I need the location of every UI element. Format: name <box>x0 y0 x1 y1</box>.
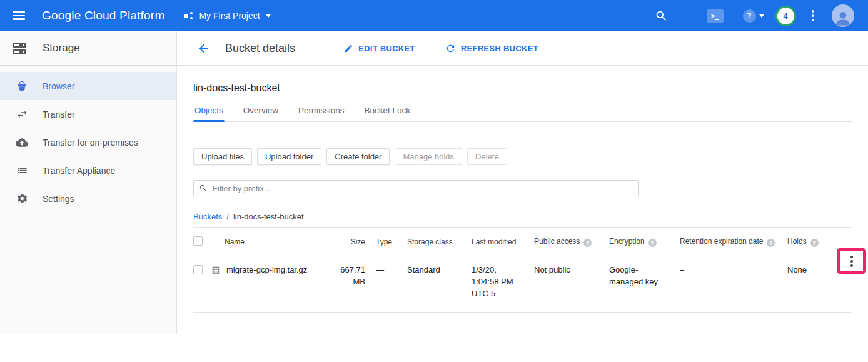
column-header-last-modified[interactable]: Last modified <box>472 238 534 246</box>
objects-table: Name Size Type Storage class Last modifi… <box>193 227 852 313</box>
refresh-bucket-label: REFRESH BUCKET <box>461 44 538 53</box>
table-header-row: Name Size Type Storage class Last modifi… <box>193 228 852 256</box>
chevron-down-icon <box>266 14 271 18</box>
object-storage-class: Standard <box>407 264 472 276</box>
tab-permissions[interactable]: Permissions <box>297 103 346 121</box>
column-header-type[interactable]: Type <box>365 238 407 246</box>
column-header-encryption[interactable]: Encryption? <box>609 237 680 247</box>
breadcrumb-current: lin-docs-test-bucket <box>233 212 304 221</box>
object-name-link[interactable]: migrate-gcp-img.tar.gz <box>226 264 307 276</box>
overflow-menu-icon[interactable] <box>810 9 815 23</box>
appliance-list-icon <box>16 164 28 176</box>
pencil-icon <box>344 44 353 53</box>
object-public-access: Not public <box>534 264 609 276</box>
edit-bucket-button[interactable]: EDIT BUCKET <box>344 44 415 53</box>
search-icon[interactable] <box>655 9 668 23</box>
cloud-shell-icon[interactable]: >_ <box>707 9 724 23</box>
divider <box>193 312 852 313</box>
project-selector[interactable]: My First Project <box>184 11 270 21</box>
filter-box <box>193 180 639 196</box>
column-header-storage-class[interactable]: Storage class <box>407 238 472 246</box>
table-row: migrate-gcp-img.tar.gz 667.71 MB — Stand… <box>193 256 852 312</box>
search-icon <box>199 184 208 193</box>
topbar-actions: >_ ? 4 <box>655 4 855 27</box>
avatar[interactable] <box>832 4 854 27</box>
gear-icon <box>16 193 28 204</box>
bucket-name: lin-docs-test-bucket <box>193 83 852 94</box>
object-encryption: Google-managed key <box>609 264 680 288</box>
sidebar-nav: Browser Transfer Transfer for on-premise… <box>0 66 176 213</box>
create-folder-button[interactable]: Create folder <box>326 148 390 165</box>
menu-hamburger-icon[interactable] <box>13 11 25 20</box>
cloud-upload-icon <box>16 136 28 149</box>
project-name: My First Project <box>199 11 260 21</box>
column-header-size[interactable]: Size <box>334 238 365 246</box>
manage-holds-button: Manage holds <box>395 148 462 165</box>
sidebar-item-label: Transfer Appliance <box>43 166 115 176</box>
sidebar: Storage Browser Transfer Transfer for on… <box>0 31 177 334</box>
breadcrumb: Buckets / lin-docs-test-bucket <box>193 212 852 221</box>
sidebar-item-label: Transfer <box>43 109 75 119</box>
gcp-brand-logo[interactable]: Google Cloud Platform <box>42 9 164 23</box>
column-header-public-access[interactable]: Public access? <box>534 237 609 247</box>
delete-button: Delete <box>467 148 507 165</box>
app-body: Storage Browser Transfer Transfer for on… <box>0 31 868 334</box>
chevron-down-icon <box>759 14 764 18</box>
row-checkbox[interactable] <box>193 265 203 274</box>
sidebar-item-transfer-on-premises[interactable]: Transfer for on-premises <box>0 128 176 156</box>
page-header: Bucket details EDIT BUCKET REFRESH BUCKE… <box>177 31 868 66</box>
help-icon: ? <box>743 9 756 23</box>
filter-by-prefix-input[interactable] <box>213 184 633 193</box>
tab-objects[interactable]: Objects <box>193 103 225 121</box>
object-row-menu-button[interactable] <box>849 254 854 268</box>
column-header-retention-expiration-date[interactable]: Retention expiration date? <box>680 237 787 247</box>
main-panel: Bucket details EDIT BUCKET REFRESH BUCKE… <box>177 31 868 334</box>
bucket-details-content: lin-docs-test-bucket Objects Overview Pe… <box>177 66 868 313</box>
sidebar-item-label: Settings <box>43 194 74 204</box>
breadcrumb-separator: / <box>226 212 229 221</box>
object-actions-toolbar: Upload files Upload folder Create folder… <box>193 148 852 165</box>
upload-folder-button[interactable]: Upload folder <box>257 148 321 165</box>
refresh-icon <box>445 43 456 54</box>
object-retention-expiration-date: – <box>680 264 787 276</box>
help-icon[interactable]: ? <box>648 239 657 247</box>
tab-overview[interactable]: Overview <box>242 103 280 121</box>
page-title: Bucket details <box>225 42 295 55</box>
file-icon <box>211 265 221 276</box>
swap-arrows-icon <box>16 108 28 120</box>
topbar: Google Cloud Platform My First Project >… <box>0 0 868 31</box>
help-icon[interactable]: ? <box>767 239 775 247</box>
object-size: 667.71 MB <box>334 264 365 288</box>
refresh-bucket-button[interactable]: REFRESH BUCKET <box>445 43 538 54</box>
object-name-cell: migrate-gcp-img.tar.gz <box>211 264 334 276</box>
breadcrumb-buckets-link[interactable]: Buckets <box>193 212 222 221</box>
sidebar-item-settings[interactable]: Settings <box>0 184 176 213</box>
object-type: — <box>365 264 407 276</box>
notification-badge[interactable]: 4 <box>777 8 794 24</box>
column-header-name[interactable]: Name <box>211 238 334 246</box>
sidebar-item-transfer[interactable]: Transfer <box>0 100 176 128</box>
bucket-icon <box>16 81 28 92</box>
sidebar-item-label: Transfer for on-premises <box>43 138 138 148</box>
help-menu[interactable]: ? <box>743 9 764 23</box>
object-last-modified: 1/3/20, 1:04:58 PM UTC-5 <box>472 264 534 300</box>
sidebar-header: Storage <box>0 31 176 66</box>
tab-bucket-lock[interactable]: Bucket Lock <box>363 103 412 121</box>
storage-product-icon <box>13 41 26 55</box>
project-icon <box>184 11 193 20</box>
select-all-checkbox[interactable] <box>193 236 203 246</box>
back-arrow-button[interactable] <box>197 42 210 55</box>
sidebar-title: Storage <box>43 42 80 54</box>
help-icon[interactable]: ? <box>583 239 592 247</box>
tab-bar: Objects Overview Permissions Bucket Lock <box>193 103 852 122</box>
sidebar-item-label: Browser <box>43 81 74 91</box>
column-header-holds[interactable]: Holds? <box>787 237 845 247</box>
edit-bucket-label: EDIT BUCKET <box>358 44 415 53</box>
annotation-highlight-box <box>837 248 866 274</box>
sidebar-item-transfer-appliance[interactable]: Transfer Appliance <box>0 156 176 184</box>
help-icon[interactable]: ? <box>810 239 819 247</box>
sidebar-item-browser[interactable]: Browser <box>0 72 176 100</box>
upload-files-button[interactable]: Upload files <box>193 148 252 165</box>
